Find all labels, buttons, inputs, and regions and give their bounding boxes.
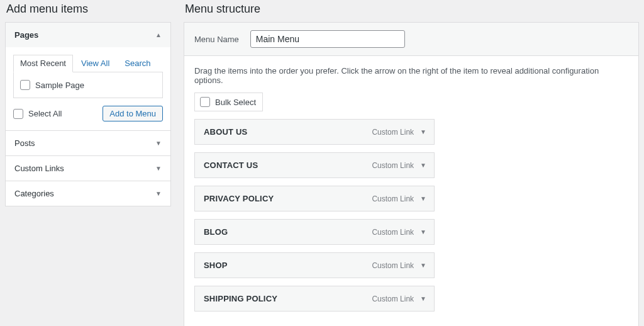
chevron-down-icon[interactable]: ▼ (420, 128, 426, 135)
menu-item[interactable]: BLOG Custom Link ▼ (194, 219, 435, 245)
chevron-up-icon: ▲ (155, 31, 162, 38)
checkbox-icon[interactable] (20, 80, 30, 90)
add-items-title: Add menu items (6, 3, 171, 16)
tab-search[interactable]: Search (118, 55, 157, 72)
menu-item[interactable]: SHIPPING POLICY Custom Link ▼ (194, 286, 435, 312)
menu-edit-panel: Menu Name Drag the items into the order … (184, 22, 639, 326)
menu-item-type: Custom Link (372, 194, 414, 203)
acc-posts-label: Posts (14, 138, 35, 148)
page-list-item[interactable]: Sample Page (20, 79, 156, 91)
menu-item-label: PRIVACY POLICY (204, 194, 274, 203)
menu-items-list: ABOUT US Custom Link ▼ CONTACT US Custom… (184, 119, 638, 325)
bulk-select-top[interactable]: Bulk Select (194, 93, 263, 111)
menu-item[interactable]: CONTACT US Custom Link ▼ (194, 152, 435, 178)
menu-item-type: Custom Link (372, 228, 414, 237)
chevron-down-icon[interactable]: ▼ (420, 162, 426, 169)
menu-name-label: Menu Name (194, 35, 239, 44)
menu-item[interactable]: SHOP Custom Link ▼ (194, 252, 435, 278)
page-item-label: Sample Page (35, 81, 84, 90)
menu-item[interactable]: PRIVACY POLICY Custom Link ▼ (194, 186, 435, 211)
chevron-down-icon[interactable]: ▼ (420, 262, 426, 269)
menu-item-type: Custom Link (372, 261, 414, 270)
bulk-select-label: Bulk Select (215, 98, 256, 107)
acc-categories-header[interactable]: Categories ▼ (6, 181, 170, 206)
acc-categories-label: Categories (14, 189, 54, 198)
chevron-down-icon: ▼ (155, 140, 162, 147)
select-all-label: Select All (28, 109, 62, 118)
acc-pages-label: Pages (14, 30, 38, 40)
menu-item-type: Custom Link (372, 295, 414, 303)
menu-item-label: ABOUT US (204, 127, 248, 137)
chevron-down-icon[interactable]: ▼ (420, 228, 426, 235)
menu-item-type: Custom Link (372, 128, 414, 137)
tab-view-all[interactable]: View All (74, 55, 116, 72)
menu-structure-title: Menu structure (185, 3, 639, 16)
menu-item-label: SHIPPING POLICY (204, 294, 277, 303)
menu-item[interactable]: ABOUT US Custom Link ▼ (194, 119, 435, 145)
add-items-accordion: Pages ▲ Most Recent View All Search Samp… (5, 22, 171, 206)
checkbox-icon[interactable] (200, 97, 210, 107)
menu-item-label: CONTACT US (204, 160, 258, 170)
chevron-down-icon[interactable]: ▼ (420, 295, 426, 302)
acc-custom-links-header[interactable]: Custom Links ▼ (6, 156, 170, 181)
tab-most-recent[interactable]: Most Recent (13, 55, 73, 72)
chevron-down-icon: ▼ (155, 165, 162, 172)
menu-item-label: BLOG (204, 227, 228, 237)
chevron-down-icon: ▼ (155, 190, 162, 197)
menu-name-input[interactable] (250, 30, 405, 48)
checkbox-icon[interactable] (13, 109, 23, 119)
acc-custom-links-label: Custom Links (14, 164, 64, 173)
chevron-down-icon[interactable]: ▼ (420, 195, 426, 202)
select-all[interactable]: Select All (13, 109, 62, 119)
instructions-text: Drag the items into the order you prefer… (184, 56, 638, 93)
acc-pages-header[interactable]: Pages ▲ (6, 23, 170, 47)
acc-pages-body: Most Recent View All Search Sample Page (6, 47, 170, 130)
acc-posts-header[interactable]: Posts ▼ (6, 131, 170, 155)
menu-item-type: Custom Link (372, 161, 414, 170)
menu-item-label: SHOP (204, 261, 228, 270)
add-to-menu-button[interactable]: Add to Menu (103, 106, 163, 121)
